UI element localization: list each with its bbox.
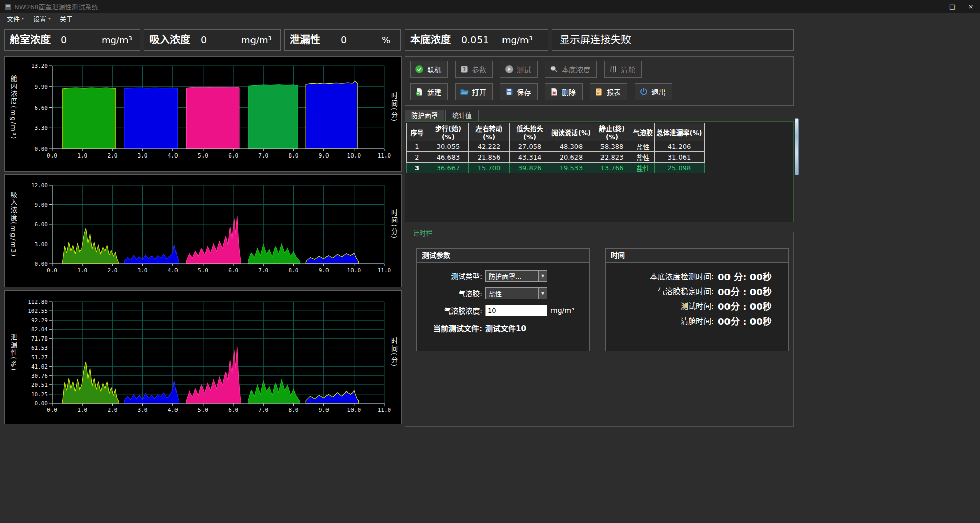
cabin-concentration-chart-y-axis-label: 舱内浓度(mg/m³)	[9, 66, 18, 149]
purge-button[interactable]: 清舱	[604, 61, 642, 78]
svg-text:?: ?	[463, 67, 466, 72]
test-type-label: 测试类型:	[417, 271, 482, 281]
time-panel-body: 本底浓度检测时间:00 分: 00秒气溶胶稳定时间:00分 : 00秒测试时间:…	[606, 263, 788, 327]
chevron-down-icon: ▾	[22, 16, 24, 21]
menu-about[interactable]: 关于	[55, 13, 78, 24]
svg-text:11.0: 11.0	[378, 267, 391, 274]
table-row[interactable]: 246.68321.85643.31420.62822.823盐性31.061	[407, 152, 705, 163]
open-button[interactable]: 打开	[455, 83, 493, 100]
delete-button[interactable]: 删除	[545, 83, 583, 100]
timer-group-title: 计时栏	[410, 228, 435, 238]
metric-leakage-label: 泄漏性	[290, 30, 320, 50]
chevron-down-icon[interactable]: ▼	[538, 288, 547, 299]
connect-button[interactable]: 联机	[410, 61, 448, 78]
status-message: 显示屏连接失败	[560, 30, 631, 50]
cabin-concentration-chart: 0.003.306.609.9013.200.01.02.03.04.05.06…	[4, 56, 402, 172]
metric-cabin-concentration: 舱室浓度0mg/m³	[4, 29, 140, 51]
table-row[interactable]: 336.66715.70039.82619.53313.766盐性25.098	[407, 163, 705, 173]
table-cell: 22.823	[592, 152, 632, 163]
svg-text:9.0: 9.0	[319, 407, 329, 413]
svg-text:6.00: 6.00	[35, 221, 48, 228]
maximize-button[interactable]: □	[943, 0, 962, 13]
svg-text:112.80: 112.80	[28, 299, 48, 305]
table-row[interactable]: 130.05542.22227.05848.30858.388盐性41.206	[407, 141, 705, 152]
background-concentration-button[interactable]: 本底浓度	[545, 61, 597, 78]
svg-text:6.0: 6.0	[228, 407, 238, 413]
test-button[interactable]: 测试	[500, 61, 538, 78]
menubar: 文件▾设置▾关于	[0, 13, 980, 24]
svg-text:6.0: 6.0	[228, 152, 238, 159]
aerosol-stabilize-time-label: 气溶胶稳定时间:	[606, 285, 714, 296]
table-cell: 43.314	[510, 152, 550, 163]
column-header: 序号	[407, 123, 428, 141]
table-cell: 39.826	[510, 163, 550, 173]
timer-group: 计时栏 测试参数 测试类型:防护面罩...▼气溶胶:盐性▼气溶胶浓度:mg/m³…	[405, 232, 794, 427]
inhaled-concentration-chart-plot: 0.003.006.009.0012.000.01.02.03.04.05.06…	[5, 175, 401, 288]
svg-text:1.0: 1.0	[77, 407, 87, 413]
table-cell: 36.667	[428, 163, 469, 173]
exit-button[interactable]: 退出	[635, 83, 672, 100]
svg-text:8.0: 8.0	[289, 267, 299, 274]
table-cell: 31.061	[655, 152, 705, 163]
tab-protective-mask[interactable]: 防护面罩	[405, 110, 444, 122]
save-button[interactable]: 保存	[500, 83, 538, 100]
aerosol-select[interactable]: 盐性▼	[485, 287, 547, 299]
column-header: 静止(终)(%)	[592, 123, 632, 141]
svg-text:71.78: 71.78	[31, 335, 48, 342]
table-cell: 20.628	[550, 152, 592, 163]
menu-file-label: 文件	[7, 14, 20, 23]
titlebar: NW268面罩泄漏性测试系统 — □ ×	[0, 0, 980, 13]
menu-file[interactable]: 文件▾	[2, 13, 29, 24]
table-cell: 15.700	[469, 163, 510, 173]
table-cell: 21.856	[469, 152, 510, 163]
close-button[interactable]: ×	[962, 0, 980, 13]
current-test-file-label: 当前测试文件:	[417, 323, 482, 333]
svg-text:5.0: 5.0	[198, 267, 208, 274]
report-button[interactable]: 报表	[590, 83, 627, 100]
new-button[interactable]: 新建	[410, 83, 448, 100]
table-cell: 42.222	[469, 141, 510, 152]
table-header-row: 序号步行(始)(%)左右转动(%)低头抬头(%)阅读说话(%)静止(终)(%)气…	[407, 123, 705, 141]
svg-text:10.0: 10.0	[347, 267, 361, 274]
aerosol-selected-value: 盐性	[486, 289, 538, 298]
parameters-icon: ?	[460, 65, 469, 74]
background-detect-time-value: 00 分: 00秒	[718, 270, 772, 283]
column-header: 低头抬头(%)	[510, 123, 550, 141]
table-cell: 3	[407, 163, 428, 173]
column-header: 左右转动(%)	[469, 123, 510, 141]
svg-text:5.0: 5.0	[198, 407, 208, 413]
svg-text:6.60: 6.60	[35, 104, 48, 111]
metric-inhaled-concentration-label: 吸入浓度	[149, 30, 190, 50]
aerosol-concentration-label: 气溶胶浓度:	[417, 305, 482, 316]
minimize-button[interactable]: —	[925, 0, 943, 13]
window-title: NW268面罩泄漏性测试系统	[14, 2, 98, 11]
delete-button-label: 删除	[562, 87, 576, 97]
app-icon	[4, 3, 11, 10]
leakage-chart-y-axis-label: 泄漏性(%)	[9, 302, 18, 403]
play-test-icon	[505, 65, 514, 74]
svg-text:9.90: 9.90	[35, 84, 48, 90]
svg-text:9.0: 9.0	[319, 152, 329, 159]
svg-text:3.0: 3.0	[138, 407, 148, 413]
svg-text:10.25: 10.25	[31, 391, 48, 398]
time-panel-title: 时间	[606, 249, 788, 263]
metric-leakage: 泄漏性0%	[284, 29, 401, 51]
svg-text:11.0: 11.0	[378, 407, 391, 413]
table-cell: 27.058	[510, 141, 550, 152]
metric-inhaled-concentration: 吸入浓度0mg/m³	[144, 29, 281, 51]
vertical-scrollbar[interactable]	[795, 118, 799, 175]
metric-background-concentration-value: 0.051	[461, 30, 489, 50]
leakage-chart-x-axis-label: 时间(分)	[389, 302, 399, 403]
chevron-down-icon[interactable]: ▼	[538, 271, 547, 281]
test-type-select[interactable]: 防护面罩...▼	[485, 270, 547, 282]
chevron-down-icon: ▾	[48, 16, 51, 21]
menu-settings[interactable]: 设置▾	[29, 13, 55, 24]
tab-statistics[interactable]: 统计值	[445, 110, 479, 122]
test-time-value: 00分 : 00秒	[718, 299, 772, 312]
svg-text:4.0: 4.0	[168, 407, 178, 413]
parameters-button[interactable]: ?参数	[455, 61, 493, 78]
background-detect-time-row: 本底浓度检测时间:00 分: 00秒	[606, 270, 788, 282]
aerosol-concentration-input[interactable]	[485, 305, 547, 316]
svg-text:7.0: 7.0	[258, 267, 268, 274]
svg-text:30.76: 30.76	[31, 373, 48, 379]
